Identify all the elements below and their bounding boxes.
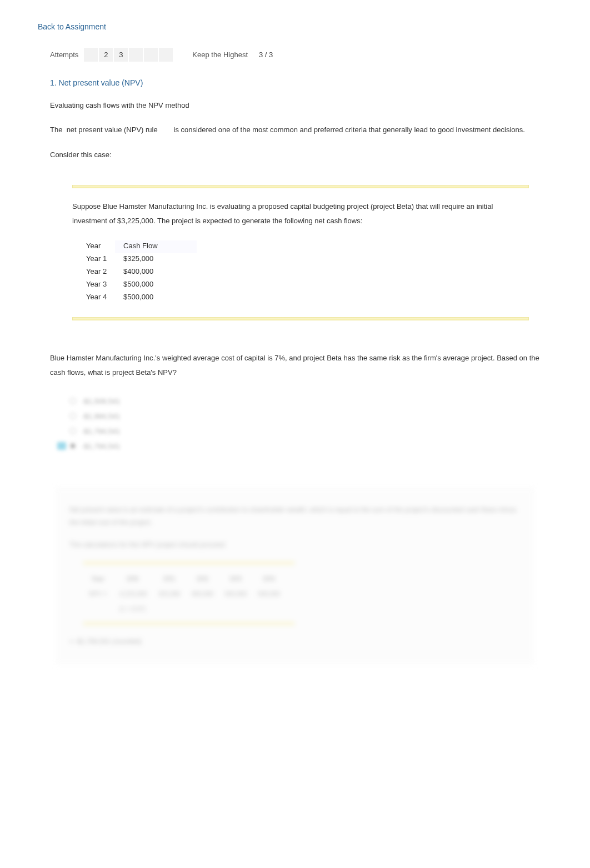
answer-option[interactable]: -$1,984,541 (69, 409, 551, 424)
case-text: Suppose Blue Hamster Manufacturing Inc. … (72, 199, 529, 228)
attempt-slot (144, 48, 158, 62)
consider-text: Consider this case: (39, 148, 551, 161)
col-cashflow: Cash Flow (123, 239, 174, 252)
wacc-row-label: NPV = (83, 586, 112, 601)
case-box: Suppose Blue Hamster Manufacturing Inc. … (61, 174, 540, 334)
answer-option-selected[interactable]: -$1,784,541 (69, 439, 551, 454)
wacc-hdr: CF2 (186, 571, 219, 586)
intro-post: is considered one of the most common and… (174, 126, 525, 134)
radio-icon (69, 443, 76, 449)
explanation-block: Net present value is an estimate of a pr… (56, 487, 534, 665)
cashflow-table: Year Cash Flow Year 1 $325,000 Year 2 $4… (86, 239, 174, 303)
case-top-bar (72, 185, 529, 188)
cell-year: Year 2 (86, 265, 123, 278)
wacc-hdr: CF4 (252, 571, 286, 586)
table-row: Year 4 $500,000 (86, 290, 174, 303)
answer-option[interactable]: -$1,509,541 (69, 394, 551, 409)
wacc-header-row: Year CF0 CF1 CF2 CF3 CF4 (83, 571, 286, 586)
wacc-cell: 400,000 (186, 586, 219, 601)
wacc-hdr: Year (83, 571, 112, 586)
attempt-slot: 2 (99, 48, 113, 62)
question-prompt: Blue Hamster Manufacturing Inc.'s weight… (39, 351, 551, 380)
option-label: -$1,784,541 (82, 427, 120, 435)
cell-cashflow: $400,000 (123, 265, 174, 278)
case-bottom-bar (72, 317, 529, 320)
radio-icon (69, 398, 76, 404)
table-row: Year 3 $500,000 (86, 278, 174, 290)
table-row: Year 2 $400,000 (86, 265, 174, 278)
radio-icon (69, 428, 76, 434)
cell-year: Year 4 (86, 290, 123, 303)
attempt-slot (84, 48, 98, 62)
score-value: 3 / 3 (259, 51, 273, 59)
wacc-cell: -3,225,000 (112, 586, 153, 601)
rule-term: net present value (NPV) rule (67, 126, 158, 134)
wacc-denom-row: (1 + 0.07) (83, 601, 286, 616)
answer-option[interactable]: -$1,784,541 (69, 424, 551, 439)
attempt-boxes: 2 3 (84, 48, 173, 62)
wacc-cell: 500,000 (219, 586, 252, 601)
wacc-table: Year CF0 CF1 CF2 CF3 CF4 NPV = -3,225,00… (83, 571, 286, 616)
attempt-slot (159, 48, 173, 62)
intro-pre: The (50, 126, 62, 134)
back-to-assignment-link[interactable]: Back to Assignment (38, 22, 106, 31)
wacc-top-bar (83, 561, 294, 565)
calc-result: = -$1,784,541 (rounded) (69, 635, 521, 648)
attempts-bar: Attempts 2 3 Keep the Highest 3 / 3 (39, 48, 551, 62)
col-year: Year (86, 239, 123, 252)
section-heading: Evaluating cash flows with the NPV metho… (39, 101, 551, 109)
wacc-hdr: CF1 (153, 571, 186, 586)
cell-cashflow: $500,000 (123, 278, 174, 290)
cell-cashflow: $325,000 (123, 252, 174, 265)
explain-para-1: Net present value is an estimate of a pr… (69, 504, 521, 529)
wacc-data-row: NPV = -3,225,000 325,000 400,000 500,000… (83, 586, 286, 601)
wacc-hdr: CF3 (219, 571, 252, 586)
attempt-slot (129, 48, 143, 62)
wacc-hdr: CF0 (112, 571, 153, 586)
explain-para-2: The calculations for this NPV project sh… (69, 539, 521, 551)
wacc-cell: (1 + 0.07) (112, 601, 153, 616)
radio-icon (69, 413, 76, 419)
answer-options: -$1,509,541 -$1,984,541 -$1,784,541 -$1,… (39, 394, 551, 454)
option-label: -$1,784,541 (82, 442, 120, 450)
table-row: Year 1 $325,000 (86, 252, 174, 265)
attempts-label: Attempts (50, 51, 78, 59)
intro-text: The net present value (NPV) rule is cons… (39, 123, 551, 136)
question-title: 1. Net present value (NPV) (39, 78, 551, 87)
cell-cashflow: $500,000 (123, 290, 174, 303)
attempt-slot: 3 (114, 48, 128, 62)
cell-year: Year 3 (86, 278, 123, 290)
table-header-row: Year Cash Flow (86, 239, 174, 252)
wacc-bottom-bar (83, 622, 294, 625)
keep-highest-label: Keep the Highest (192, 51, 248, 59)
option-label: -$1,984,541 (82, 412, 120, 420)
wacc-cell: 500,000 (252, 586, 286, 601)
wacc-cell: 325,000 (153, 586, 186, 601)
option-label: -$1,509,541 (82, 397, 120, 405)
cell-year: Year 1 (86, 252, 123, 265)
col-cashflow-label: Cash Flow (123, 242, 157, 250)
